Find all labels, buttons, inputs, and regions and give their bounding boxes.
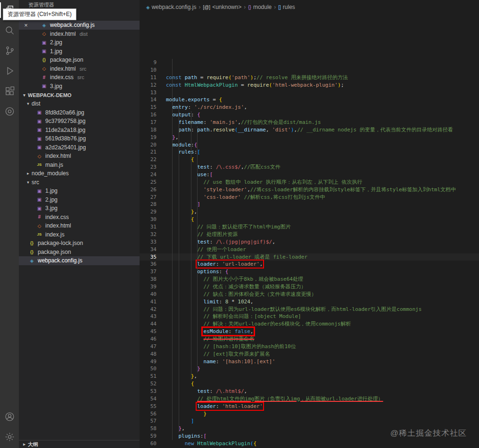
line-number[interactable]: 47 [140,343,157,350]
file-item[interactable]: ◇index.html [19,221,140,230]
line-number[interactable]: 24 [140,171,157,179]
line-number[interactable]: 27 [140,194,157,201]
line-number[interactable]: 9 [140,59,157,66]
code-line-52[interactable]: 52 { [140,380,479,388]
code-line-19[interactable]: 19 }, [140,134,479,141]
file-item[interactable]: ▣1.jpg [19,187,140,195]
line-number[interactable]: 11 [140,74,157,81]
line-number[interactable]: 52 [140,380,157,388]
code-line-43[interactable]: 43 // 解析时会出问题：[object Module] [140,313,479,320]
folder-item[interactable]: ▾src [19,178,140,187]
code-line-34[interactable]: 34 // 使用一个loader [140,246,479,253]
code-line-40[interactable]: 40 // 缺点：图片体积会更大（文件请求速度更慢） [140,291,479,298]
line-number[interactable]: 57 [140,417,157,425]
line-number[interactable]: 34 [140,246,157,253]
code-line-14[interactable]: 14module.exports = { [140,96,479,104]
code-line-11[interactable]: 11const path = require('path');// resolv… [140,74,479,81]
line-number[interactable]: 35 [140,253,157,261]
line-number[interactable]: 31 [140,223,157,231]
code-line-45[interactable]: 45 esModule: false, [140,328,479,335]
code-line-18[interactable]: 18 path: path.resolve(__dirname, 'dist')… [140,126,479,134]
code-line-57[interactable]: 57 ] [140,417,479,425]
line-number[interactable]: 39 [140,283,157,291]
file-item[interactable]: ▣3.jpg [19,204,140,213]
line-number[interactable]: 45 [140,328,157,335]
code-line-26[interactable]: 26 'style-loader',//将css-loader解析的内容挂载到s… [140,186,479,194]
code-line-10[interactable]: 10 [140,66,479,74]
code-line-32[interactable]: 32 // 处理图片资源 [140,231,479,238]
file-item[interactable]: ▣9c37992758.jpg [19,117,140,126]
line-number[interactable]: 10 [140,66,157,74]
open-editor-item[interactable]: ▣3.jpg [19,82,140,91]
open-editor-item[interactable]: ▣1.jpg [19,47,140,56]
line-number[interactable]: 13 [140,89,157,97]
line-number[interactable]: 30 [140,216,157,223]
activity-settings-button[interactable] [0,427,19,447]
code-line-46[interactable]: 46 // 给图片进行重命名 [140,335,479,343]
line-number[interactable]: 12 [140,81,157,89]
code-line-44[interactable]: 44 // 解决：关闭url-loader的es6模块化，使用commonjs解… [140,320,479,328]
code-line-54[interactable]: 54 // 处理html文件的img图片（负责引入img，从而能被url-loa… [140,395,479,403]
code-line-39[interactable]: 39 // 优点：减少请求数量（减轻服务器压力） [140,283,479,291]
open-editor-item[interactable]: {}package.json [19,56,140,65]
code-line-20[interactable]: 20 module:{ [140,141,479,149]
code-line-13[interactable]: 13 [140,89,479,97]
close-icon[interactable]: × [22,22,30,29]
code-line-37[interactable]: 37 options: { [140,268,479,276]
file-item[interactable]: ▣8fd8d20a66.jpg [19,108,140,117]
code-line-25[interactable]: 25 // use 数组中 loader 执行顺序：从右到左，从下到上 依次执行 [140,179,479,186]
line-number[interactable]: 54 [140,395,157,403]
file-item[interactable]: {}package-lock.json [19,239,140,248]
line-number[interactable]: 36 [140,261,157,268]
code-line-27[interactable]: 27 'css-loader' //解析css,将css打包到js文件中 [140,194,479,201]
activity-remote-button[interactable] [0,101,19,122]
code-line-55[interactable]: 55 loader: 'html-loader' [140,403,479,410]
activity-run-debug-button[interactable] [0,61,19,81]
activity-source-control-button[interactable] [0,41,19,61]
line-number[interactable]: 40 [140,291,157,298]
file-item[interactable]: ▣5619d38b76.jpg [19,134,140,143]
activity-account-button[interactable] [0,407,19,427]
line-number[interactable]: 20 [140,141,157,149]
line-number[interactable]: 56 [140,410,157,418]
line-number[interactable]: 18 [140,126,157,134]
code-line-23[interactable]: 23 test: /\.css$/,//匹配css文件 [140,163,479,171]
code-line-41[interactable]: 41 limit: 8 * 1024, [140,298,479,306]
code-line-47[interactable]: 47 // [hash:10]取图片的hash的前10位 [140,343,479,350]
project-root-folder[interactable]: ▾ WEBPACK-DEMO [19,90,140,99]
line-number[interactable]: 48 [140,350,157,358]
line-number[interactable]: 28 [140,201,157,208]
line-number[interactable]: 25 [140,179,157,186]
line-number[interactable]: 58 [140,425,157,432]
code-line-31[interactable]: 31 // 问题：默认处理不了html中img图片 [140,223,479,231]
code-line-29[interactable]: 29 }, [140,208,479,216]
code-line-30[interactable]: 30 { [140,216,479,223]
code-line-53[interactable]: 53 test: /\.html$/, [140,388,479,395]
code-editor[interactable]: 91011const path = require('path');// res… [140,14,479,448]
line-number[interactable]: 51 [140,373,157,380]
breadcrumb-item[interactable]: []rules [278,4,295,10]
code-line-48[interactable]: 48 // [ext]取文件原来扩展名 [140,350,479,358]
line-number[interactable]: 42 [140,306,157,313]
line-number[interactable]: 59 [140,432,157,440]
open-editor-item[interactable]: ◇index.htmlsrc [19,65,140,73]
line-number[interactable]: 23 [140,163,157,171]
code-line-16[interactable]: 16 output: { [140,111,479,119]
code-line-22[interactable]: 22 { [140,156,479,163]
file-item[interactable]: #index.css [19,213,140,222]
outline-section[interactable]: ▸ 大纲 [19,440,140,448]
folder-item[interactable]: ▾dist [19,99,140,108]
line-number[interactable]: 21 [140,148,157,156]
file-item[interactable]: JSindex.js [19,230,140,239]
breadcrumb-item[interactable]: {}module [248,4,272,10]
code-line-49[interactable]: 49 name: '[hash:10].[ext]' [140,358,479,366]
code-line-21[interactable]: 21 rules:[ [140,148,479,156]
folder-item[interactable]: ▸node_modules [19,169,140,178]
code-line-35[interactable]: 35 // 下载 url-loader 或者是 file-loader [140,253,479,261]
code-line-28[interactable]: 28 ] [140,201,479,208]
open-editor-item[interactable]: ×◈webpack.config.js [19,21,140,30]
code-line-50[interactable]: 50 } [140,365,479,373]
line-number[interactable]: 43 [140,313,157,320]
file-item[interactable]: ▣11de2a2a18.jpg [19,126,140,135]
line-number[interactable]: 33 [140,238,157,246]
